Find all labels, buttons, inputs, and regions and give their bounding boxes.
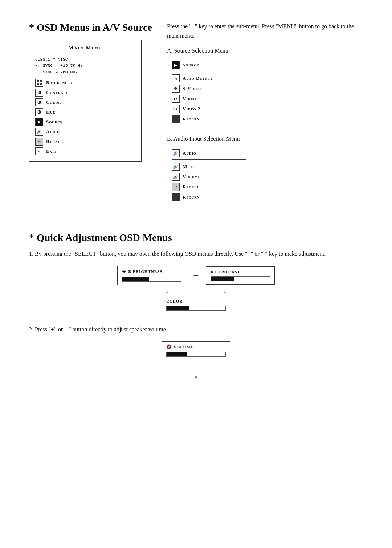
audio-menu-icon: 🔊 <box>172 149 180 157</box>
contrast-bar-track <box>211 276 270 281</box>
page-number: 8 <box>29 375 363 381</box>
volume-icon: 🔊 <box>172 173 180 181</box>
color-bar-fill <box>167 306 189 310</box>
menu-item-audio: 🔊 Audio <box>35 128 135 136</box>
source-return: Return <box>172 115 246 123</box>
volume-bar-track <box>166 352 226 357</box>
color-bar-track <box>166 306 226 311</box>
menu-item-exit: ▪▪ Exit <box>35 147 135 155</box>
contrast-osd-title: ● CONTRAST <box>211 270 270 274</box>
source-icon: ▶ <box>35 118 43 126</box>
source-header: ▶ Source <box>172 61 246 71</box>
audio-recall-icon: ↩ <box>172 183 180 191</box>
intro-text: Press the "+" key to enter the sub-menu.… <box>167 22 363 40</box>
menu-item-contrast: ◑ Contrast <box>35 89 135 97</box>
contrast-icon: ◑ <box>35 89 43 97</box>
menu-item-recall: ↩ Recall <box>35 138 135 146</box>
audio-return-icon <box>172 193 180 201</box>
audio-header: 🔊 Audio <box>172 149 246 160</box>
main-menu-box: Main Menu CUBS.1 = NTSC H. SYNC = +15.7K… <box>29 40 142 162</box>
point2-text: 2. Press "+" or "-" button directly to a… <box>29 325 363 334</box>
point1-text: 1. By pressing the "SELECT" button, you … <box>29 249 363 259</box>
brightness-osd-box: ✳ ✳ BRIGHTNESS <box>117 266 186 285</box>
auto-detect-icon: ↘ <box>172 74 180 82</box>
svideo-icon: ⚙ <box>172 85 180 93</box>
brightness-icon <box>35 79 43 87</box>
exit-icon: ▪▪ <box>35 147 43 155</box>
brightness-bar-track <box>122 277 181 282</box>
quick-section: * Quick Adjustment OSD Menus 1. By press… <box>29 232 363 360</box>
source-svideo: ⚙ S-Video <box>172 85 246 93</box>
source-selection-label: A. Source Selection Menu <box>167 48 363 54</box>
audio-recall: ↩ Recall <box>172 183 246 191</box>
menu-item-hue: ◑ Hue <box>35 108 135 116</box>
audio-return: Return <box>172 193 246 201</box>
audio-mute: 🔊 Mute <box>172 163 246 171</box>
contrast-bar-fill <box>211 277 234 281</box>
osd-arrow: → <box>192 271 200 280</box>
brightness-bar-fill <box>122 277 149 281</box>
hue-icon: ◑ <box>35 108 43 116</box>
volume-bar-fill <box>167 352 187 356</box>
video2-icon: 2● <box>172 105 180 113</box>
source-auto-detect: ↘ Auto Detect <box>172 74 246 82</box>
sync-info: CUBS.1 = NTSC H. SYNC = +15.7K Hz V. SYN… <box>35 56 135 75</box>
brightness-osd-title: ✳ ✳ BRIGHTNESS <box>122 269 181 274</box>
main-menu-title: Main Menu <box>35 45 135 53</box>
menu-item-source: ▶ Source <box>35 118 135 126</box>
volume-diagram-wrapper: 🔇 VOLUME <box>29 341 363 360</box>
video1-icon: 1● <box>172 95 180 103</box>
color-osd-title: COLOR <box>166 299 226 303</box>
color-osd-box: COLOR <box>162 296 230 314</box>
source-return-icon <box>172 115 180 123</box>
mute-icon: 🔊 <box>172 163 180 171</box>
menu-item-brightness: Brightness <box>35 79 135 87</box>
audio-menu-box: 🔊 Audio 🔊 Mute 🔊 Volume ↩ Recall Return <box>167 146 250 206</box>
recall-icon: ↩ <box>35 138 43 146</box>
audio-volume: 🔊 Volume <box>172 173 246 181</box>
audio-icon: 🔊 <box>35 128 43 136</box>
quick-title: * Quick Adjustment OSD Menus <box>29 232 363 244</box>
contrast-osd-box: ● CONTRAST <box>206 266 275 285</box>
osd-title: * OSD Menus in A/V Source <box>29 22 152 33</box>
volume-osd-title: 🔇 VOLUME <box>166 344 226 349</box>
source-video1: 1● Video 1 <box>172 95 246 103</box>
source-flag-icon: ▶ <box>172 61 180 69</box>
audio-selection-label: B. Audio Input Selection Menu <box>167 136 363 142</box>
source-video2: 2● Video 2 <box>172 105 246 113</box>
source-menu-box: ▶ Source ↘ Auto Detect ⚙ S-Video 1● Vide… <box>167 58 250 128</box>
menu-item-color: ◑ Color <box>35 98 135 106</box>
osd-diagram: ✳ ✳ BRIGHTNESS → ● CONTRAST <box>109 266 283 314</box>
volume-osd-box: 🔇 VOLUME <box>162 341 230 360</box>
osd-bottom-arrows: ↓ ↓ <box>127 289 265 294</box>
color-icon: ◑ <box>35 98 43 106</box>
